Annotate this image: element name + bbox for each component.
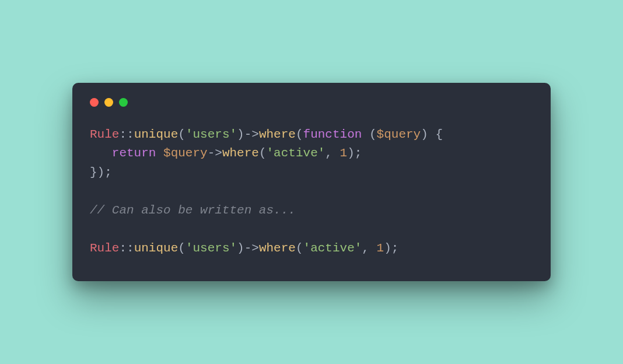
token-op: )-> <box>237 128 259 141</box>
token-num: 1 <box>377 242 384 255</box>
token-var: $query <box>163 146 208 160</box>
token-op: -> <box>208 146 222 160</box>
token-op: , <box>362 242 376 255</box>
token-op: }); <box>90 166 112 179</box>
token-op: ( <box>259 146 267 160</box>
token-op <box>156 146 163 160</box>
token-comment: // Can also be written as... <box>90 204 296 217</box>
token-op <box>90 146 112 160</box>
minimize-icon[interactable] <box>104 98 113 107</box>
token-op: :: <box>119 242 134 255</box>
token-op: ( <box>178 128 186 141</box>
token-var: $query <box>377 128 421 141</box>
close-icon[interactable] <box>90 98 99 107</box>
token-num: 1 <box>340 146 348 160</box>
token-method: unique <box>134 128 178 141</box>
token-op: ) { <box>421 128 443 141</box>
token-keyword: return <box>112 146 156 160</box>
token-op: ( <box>296 128 303 141</box>
token-class: Rule <box>90 242 119 255</box>
traffic-lights <box>90 98 533 107</box>
token-keyword: function <box>303 128 362 141</box>
token-string: 'active' <box>303 242 362 255</box>
token-string: 'users' <box>186 128 237 141</box>
token-string: 'active' <box>267 146 326 160</box>
token-op: ( <box>178 242 186 255</box>
token-op: :: <box>119 128 134 141</box>
token-string: 'users' <box>186 242 237 255</box>
token-op: , <box>325 146 340 160</box>
token-op: ( <box>362 128 376 141</box>
code-window: Rule::unique('users')->where(function ($… <box>72 83 551 282</box>
token-method: unique <box>134 242 178 255</box>
token-method: where <box>259 128 296 141</box>
token-op: ); <box>347 146 362 160</box>
token-method: where <box>222 146 259 160</box>
token-class: Rule <box>90 128 119 141</box>
code-block: Rule::unique('users')->where(function ($… <box>90 125 533 258</box>
token-method: where <box>259 242 296 255</box>
token-op: )-> <box>237 242 259 255</box>
token-op: ); <box>384 242 398 255</box>
token-op: ( <box>296 242 303 255</box>
zoom-icon[interactable] <box>119 98 128 107</box>
